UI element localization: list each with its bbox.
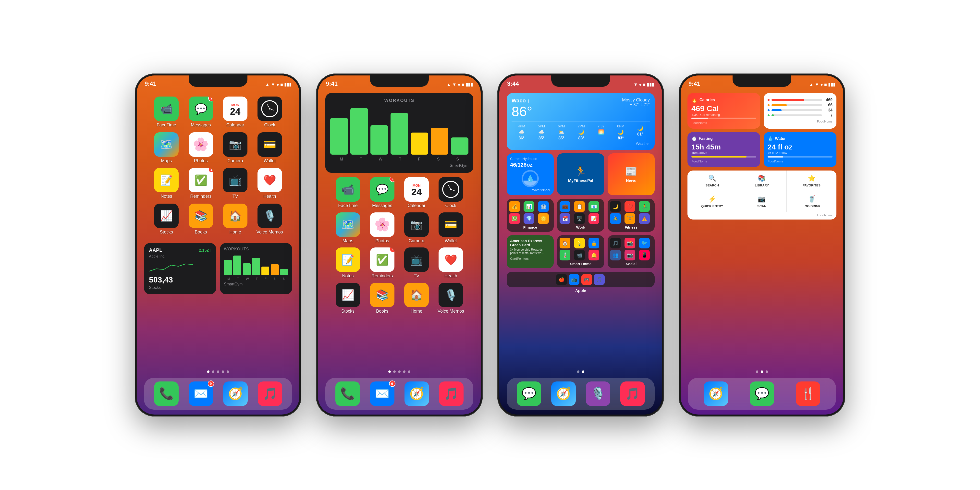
finance-group[interactable]: 💰 📊 🏦 💹 💎 🪙 Finance xyxy=(507,199,554,232)
app-books[interactable]: 📚 Books xyxy=(186,204,216,235)
dock2-mail[interactable]: ✉️ 9 xyxy=(370,382,395,406)
dock-music[interactable]: 🎵 xyxy=(258,382,282,406)
app2-tv[interactable]: 📺 TV xyxy=(401,247,432,279)
phone-3: 3:44 ▼ ● ■ ▮▮▮ Waco ↑ 86° Mostly Cloudy xyxy=(497,73,664,417)
status-icons-3: ▼ ● ■ ▮▮▮ xyxy=(633,82,654,87)
app2-books[interactable]: 📚 Books xyxy=(367,283,398,314)
notch-2 xyxy=(370,75,429,87)
smarthome-group[interactable]: 🏠 💡 🔒 🌡️ 📹 🔔 Smart Home xyxy=(557,235,604,268)
app-calendar[interactable]: MON 24 Calendar xyxy=(220,97,250,128)
dock-safari[interactable]: 🧭 xyxy=(223,382,248,406)
app-stocks[interactable]: 📈 Stocks xyxy=(151,204,181,235)
weather-widget: Waco ↑ 86° Mostly Cloudy H:87° L:71° 4PM xyxy=(507,93,655,150)
nutrition-widget: 469 66 xyxy=(764,93,837,129)
app2-voicememos[interactable]: 🎙️ Voice Memos xyxy=(436,283,466,314)
gym-widget-small: WORKOUTS M T W xyxy=(220,243,292,294)
status-icons-1: ▲ ▼ ● ■ ▮▮▮ xyxy=(265,82,291,87)
app2-stocks[interactable]: 📈 Stocks xyxy=(333,283,363,314)
app2-camera[interactable]: 📷 Camera xyxy=(401,212,432,244)
fasting-widget: ⏱️ Fasting 15h 45m 45m above FoodNoms xyxy=(687,132,760,167)
foodnoms-actions-widget[interactable]: 🔍 SEARCH 📚 LIBRARY ⭐ FAVORITES xyxy=(687,170,837,220)
status-time-3: 3:44 xyxy=(507,80,519,87)
social-group[interactable]: 🎵 📸 🐦 👥 📷 📱 Social xyxy=(608,235,655,268)
status-time-4: 9:41 xyxy=(689,80,700,87)
phone-4: 9:41 ▲ ▼ ● ■ ▮▮▮ 🔥 Calories 469 Cal xyxy=(679,73,845,417)
app-voicememos[interactable]: 🎙️ Voice Memos xyxy=(255,204,285,235)
app2-messages[interactable]: 💬1 Messages xyxy=(367,177,398,208)
amex-widget: American Express Green Card 3x Membershi… xyxy=(507,235,554,268)
app2-reminders[interactable]: ✅1 Reminders xyxy=(367,247,398,279)
app-health[interactable]: ❤️ Health xyxy=(255,168,285,199)
app2-health[interactable]: ❤️ Health xyxy=(436,247,466,279)
app2-clock[interactable]: Clock xyxy=(436,177,466,208)
notch-1 xyxy=(189,75,247,87)
dock-mail[interactable]: ✉️ 9 xyxy=(189,382,213,406)
library-action[interactable]: 📚 LIBRARY xyxy=(737,170,787,191)
app2-calendar[interactable]: MON 24 Calendar xyxy=(401,177,432,208)
app2-maps[interactable]: 🗺️ Maps xyxy=(333,212,363,244)
app2-wallet[interactable]: 💳 Wallet xyxy=(436,212,466,244)
calories-widget: 🔥 Calories 469 Cal 1,352 Cal remaining F… xyxy=(687,93,760,129)
app-clock[interactable]: Clock xyxy=(255,97,285,128)
app-photos[interactable]: 🌸 Photos xyxy=(186,132,216,164)
news-widget: 📰 News xyxy=(608,153,655,195)
dock-4: 🧭 💬 🍴 xyxy=(688,378,836,410)
page-dots-3 xyxy=(499,371,662,373)
dock4-safari[interactable]: 🧭 xyxy=(704,382,728,406)
work-group[interactable]: 💼 📋 📧 📅 🖥️ 📝 Work xyxy=(557,199,604,232)
notch-4 xyxy=(733,75,791,87)
app2-notes[interactable]: 📝 Notes xyxy=(333,247,363,279)
apple-group[interactable]: 🍎 📺 🎮 🎵 xyxy=(507,272,655,287)
phone-2: 9:41 ▲ ▼ ● ■ ▮▮▮ WORKOUTS xyxy=(316,73,483,417)
dock-1: 📞 ✉️ 9 🧭 🎵 xyxy=(144,378,292,410)
dock-3: 💬 🧭 🎙️ 🎵 xyxy=(507,378,655,410)
dock4-foodnoms[interactable]: 🍴 xyxy=(796,382,820,406)
phone-1: 9:41 ▲ ▼ ● ■ ▮▮▮ 📹 FaceTime xyxy=(135,73,301,417)
water-widget: 💧 Water 24 fl oz 76 fl oz below FoodNoms xyxy=(764,132,837,167)
app-maps[interactable]: 🗺️ Maps xyxy=(151,132,181,164)
app-home[interactable]: 🏠 Home xyxy=(220,204,250,235)
gym-widget-large: WORKOUTS M T W xyxy=(325,93,473,173)
stocks-widget: AAPL 2,152T Apple Inc. 503,43 Stocks xyxy=(144,243,216,294)
dock3-safari[interactable]: 🧭 xyxy=(551,382,576,406)
notch-3 xyxy=(551,75,610,87)
status-time-1: 9:41 xyxy=(145,80,156,87)
dock2-phone[interactable]: 📞 xyxy=(336,382,360,406)
app2-photos[interactable]: 🌸 Photos xyxy=(367,212,398,244)
dock3-messages[interactable]: 💬 xyxy=(517,382,541,406)
hydration-widget: Current Hydration 46/128oz 💧 WaterMinder xyxy=(507,153,554,195)
status-icons-2: ▲ ▼ ● ■ ▮▮▮ xyxy=(447,82,473,87)
app-wallet[interactable]: 💳 Wallet xyxy=(255,132,285,164)
dock3-podcast[interactable]: 🎙️ xyxy=(586,382,610,406)
dock3-music[interactable]: 🎵 xyxy=(620,382,645,406)
myfitnesspal-widget: 🏃 MyFitnessPal xyxy=(557,153,604,195)
app-tv[interactable]: 📺 TV xyxy=(220,168,250,199)
scan-action[interactable]: 📷 SCAN xyxy=(737,191,787,212)
dock4-messages[interactable]: 💬 xyxy=(750,382,774,406)
status-icons-4: ▲ ▼ ● ■ ▮▮▮ xyxy=(809,82,835,87)
app-facetime[interactable]: 📹 FaceTime xyxy=(151,97,181,128)
dock2-music[interactable]: 🎵 xyxy=(439,382,463,406)
app2-facetime[interactable]: 📹 FaceTime xyxy=(333,177,363,208)
app-reminders[interactable]: ✅ 1 Reminders xyxy=(186,168,216,199)
dock-2: 📞 ✉️ 9 🧭 🎵 xyxy=(325,378,473,410)
logdrink-action[interactable]: 🥤 LOG DRINK xyxy=(787,191,837,212)
page-dots-4 xyxy=(681,371,843,373)
page-dots-1 xyxy=(137,371,299,373)
search-action[interactable]: 🔍 SEARCH xyxy=(687,170,737,191)
app-camera[interactable]: 📷 Camera xyxy=(220,132,250,164)
dock2-safari[interactable]: 🧭 xyxy=(404,382,429,406)
status-time-2: 9:41 xyxy=(326,80,337,87)
app-messages[interactable]: 💬 1 Messages xyxy=(186,97,216,128)
quickentry-action[interactable]: ⚡ QUICK ENTRY xyxy=(687,191,737,212)
app-notes[interactable]: 📝 Notes xyxy=(151,168,181,199)
dock-phone[interactable]: 📞 xyxy=(154,382,178,406)
app2-home[interactable]: 🏠 Home xyxy=(401,283,432,314)
fitness-group[interactable]: 🌙 ❤️ 🏃 🚴 🏋️ 🧘 Fitness xyxy=(608,199,655,232)
page-dots-2 xyxy=(318,371,481,373)
favorites-action[interactable]: ⭐ FAVORITES xyxy=(787,170,837,191)
